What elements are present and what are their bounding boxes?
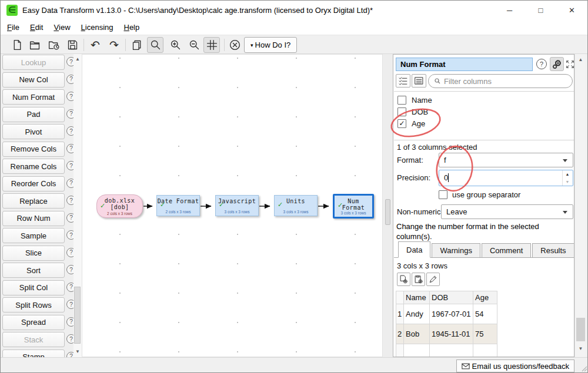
panel-expand-button[interactable] xyxy=(564,57,574,71)
minimize-button[interactable]: ─ xyxy=(494,1,525,19)
save-button[interactable] xyxy=(64,37,81,53)
sidebar-scrollbar[interactable]: ▲ ▼ xyxy=(74,54,82,357)
email-feedback-button[interactable]: Email us questions/feedback xyxy=(456,359,574,372)
tab-results[interactable]: Results xyxy=(532,243,574,258)
node-javascript[interactable]: ✓ Javascript 3 cols x 3 rows xyxy=(215,195,259,216)
sidebar-transform-button[interactable]: Sample xyxy=(2,228,65,243)
panel-settings-button[interactable] xyxy=(550,57,564,71)
panel-scrollbar[interactable]: ▲ ▼ xyxy=(574,54,586,357)
group-separator-option[interactable]: use group separator xyxy=(439,190,520,199)
sidebar-transform-button[interactable]: Sort xyxy=(2,263,65,278)
node-units[interactable]: ✓ Units 3 cols x 3 rows xyxy=(274,195,318,216)
sidebar-transform-button[interactable]: Pivot xyxy=(2,124,65,139)
text-cursor xyxy=(448,173,449,182)
resize-grip-icon[interactable] xyxy=(582,366,587,372)
panel-help-button[interactable]: ? xyxy=(534,57,549,71)
caret-down-icon: ▾ xyxy=(250,42,253,48)
grid-row[interactable] xyxy=(396,344,497,358)
zoom-tool-button[interactable] xyxy=(147,37,163,53)
sidebar-transform-button[interactable]: Rename Cols xyxy=(2,159,65,174)
sidebar-transform-button[interactable]: Replace xyxy=(2,193,65,209)
sidebar-transform-button[interactable]: Pad xyxy=(2,107,65,122)
sidebar-transform-button[interactable]: Split Col xyxy=(2,280,65,295)
filter-columns-input[interactable] xyxy=(444,77,556,86)
redo-button[interactable]: ↷ xyxy=(106,37,122,53)
open-file-button[interactable] xyxy=(26,37,43,53)
column-row-dob[interactable]: DOB xyxy=(397,106,574,117)
edit-values-button[interactable] xyxy=(426,273,440,286)
zoom-out-button[interactable] xyxy=(186,37,202,53)
grid-row[interactable]: 2 Bob 1945-11-01 75 xyxy=(396,324,497,344)
menu-licensing[interactable]: Licensing xyxy=(76,19,119,35)
tab-comment[interactable]: Comment xyxy=(482,243,531,258)
grid-cell[interactable]: Bob xyxy=(404,324,430,344)
grid-header-dob[interactable]: DOB xyxy=(430,291,473,304)
grid-cell[interactable]: 1967-07-01 xyxy=(430,304,473,324)
grid-cell[interactable]: 1945-11-01 xyxy=(430,324,473,344)
splitter-handle-icon[interactable] xyxy=(385,199,390,225)
close-button[interactable]: ✕ xyxy=(556,1,587,19)
column-row-age[interactable]: ✓ Age xyxy=(397,117,574,129)
column-label: DOB xyxy=(412,107,428,116)
sidebar-transform-button[interactable]: Spread xyxy=(2,315,65,330)
tab-data[interactable]: Data xyxy=(398,241,430,258)
precision-label: Precision: xyxy=(397,173,430,182)
node-date-format[interactable]: ✓ Date Format 2 cols x 3 rows xyxy=(156,195,200,216)
menu-help[interactable]: Help xyxy=(119,19,145,35)
column-row-name[interactable]: Name xyxy=(397,94,574,106)
node-num-format-selected[interactable]: ✓ Num Format 3 cols x 3 rows xyxy=(333,194,374,219)
tab-warnings[interactable]: Warnings xyxy=(432,243,480,258)
precision-spinbox[interactable]: 0 ▲ ▼ xyxy=(439,170,573,186)
copy-to-clipboard-button[interactable] xyxy=(412,273,425,286)
node-input-dob[interactable]: ✓ dob.xlsx[dob] 2 cols x 3 rows xyxy=(96,194,143,218)
grid-row[interactable]: 1 Andy 1967-07-01 54 xyxy=(396,304,497,324)
sidebar-transform-button[interactable]: Num Format xyxy=(2,89,65,105)
sidebar-transform-button[interactable]: Lookup xyxy=(2,55,65,70)
grid-cell[interactable]: 54 xyxy=(473,304,497,324)
sidebar-transform-button[interactable]: Reorder Cols xyxy=(2,176,65,191)
scrollbar-thumb[interactable] xyxy=(74,287,81,344)
sidebar-row: Row Num ? xyxy=(1,210,82,228)
open-recent-button[interactable] xyxy=(45,37,62,53)
scroll-up-icon[interactable]: ▲ xyxy=(74,55,82,63)
redo-icon: ↷ xyxy=(109,39,119,51)
menu-view[interactable]: View xyxy=(48,19,75,35)
grid-header-age[interactable]: Age xyxy=(473,291,497,304)
menu-edit[interactable]: Edit xyxy=(25,19,48,35)
new-file-button[interactable] xyxy=(9,37,25,53)
panel-splitter[interactable] xyxy=(383,54,393,357)
sidebar-transform-button[interactable]: Stack xyxy=(2,332,65,347)
spin-up-icon[interactable]: ▲ xyxy=(563,170,572,178)
undo-button[interactable]: ↶ xyxy=(87,37,103,53)
zoom-in-button[interactable] xyxy=(167,37,183,53)
duplicate-button[interactable] xyxy=(129,37,145,53)
sidebar-transform-button[interactable]: Slice xyxy=(2,246,65,261)
check-all-columns-button[interactable] xyxy=(396,74,410,88)
filter-columns-field[interactable] xyxy=(428,74,573,88)
sidebar-transform-button[interactable]: New Col xyxy=(2,72,65,88)
scrollbar-thumb[interactable] xyxy=(576,318,585,341)
toggle-grid-button[interactable] xyxy=(203,37,220,53)
sidebar-transform-button[interactable]: Split Rows xyxy=(2,297,65,312)
scroll-up-icon[interactable]: ▲ xyxy=(575,55,586,63)
scroll-down-icon[interactable]: ▼ xyxy=(74,347,82,355)
spin-down-icon[interactable]: ▼ xyxy=(563,178,572,186)
grid-cell[interactable]: 75 xyxy=(473,324,497,344)
cancel-button[interactable] xyxy=(226,37,243,53)
list-box-icon xyxy=(414,76,424,86)
copy-to-file-button[interactable] xyxy=(397,273,410,286)
how-do-i-button[interactable]: ▾How Do I? xyxy=(244,37,297,53)
grid-cell[interactable]: Andy xyxy=(404,304,430,324)
menu-file[interactable]: File xyxy=(2,19,25,35)
scroll-down-icon[interactable]: ▼ xyxy=(575,344,586,352)
maximize-button[interactable]: □ xyxy=(525,1,556,19)
uncheck-all-columns-button[interactable] xyxy=(412,74,426,88)
non-numeric-dropdown[interactable]: Leave xyxy=(441,204,573,219)
envelope-icon xyxy=(462,363,470,369)
sidebar-transform-button[interactable]: Stamp xyxy=(2,350,65,358)
grid-header-name[interactable]: Name xyxy=(404,291,430,304)
sidebar-transform-button[interactable]: Row Num xyxy=(2,211,65,226)
sidebar-transform-button[interactable]: Remove Cols xyxy=(2,142,65,157)
format-dropdown[interactable]: f xyxy=(439,153,573,167)
clipboard-plus-icon xyxy=(413,274,423,284)
